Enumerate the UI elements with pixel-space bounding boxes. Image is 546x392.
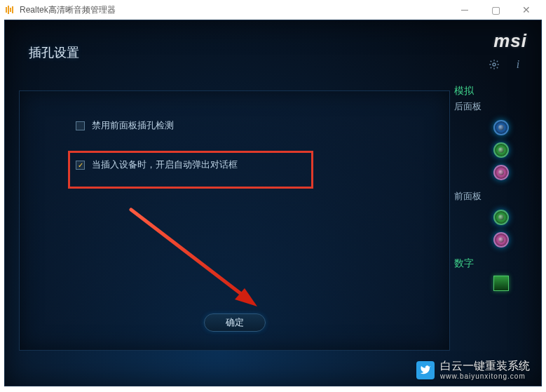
svg-rect-0: [6, 7, 7, 13]
option-label: 当插入设备时，开启自动弹出对话框: [92, 158, 238, 171]
jack-rear-blue[interactable]: [493, 120, 509, 135]
info-icon[interactable]: i: [512, 58, 524, 71]
jack-side-panel: 模拟 后面板 前面板 数字: [454, 85, 531, 291]
digital-section-title: 数字: [454, 257, 531, 270]
watermark-url: www.baiyunxitong.com: [440, 372, 530, 380]
gear-icon[interactable]: [488, 58, 500, 71]
minimize-button[interactable]: ─: [449, 0, 480, 20]
dialog-title: 插孔设置: [29, 44, 79, 61]
dialog-panel: 禁用前面板插孔检测 当插入设备时，开启自动弹出对话框 确定: [19, 90, 450, 351]
svg-rect-1: [8, 6, 9, 14]
option-disable-front-detect[interactable]: 禁用前面板插孔检测: [76, 116, 356, 135]
watermark-icon: [416, 361, 435, 379]
jack-front-green[interactable]: [493, 210, 509, 225]
front-panel-label: 前面板: [454, 190, 531, 203]
jack-digital[interactable]: [493, 276, 509, 291]
window-title: Realtek高清晰音频管理器: [20, 4, 116, 16]
options-group: 禁用前面板插孔检测 当插入设备时，开启自动弹出对话框: [76, 116, 356, 195]
ok-button[interactable]: 确定: [204, 313, 266, 332]
rear-panel-label: 后面板: [454, 100, 531, 113]
brand-logo: msi: [493, 30, 527, 52]
jack-rear-pink[interactable]: [493, 165, 509, 180]
jack-front-pink[interactable]: [493, 232, 509, 248]
app-icon: [4, 4, 15, 15]
analog-section-title: 模拟: [454, 85, 531, 97]
checkbox-icon[interactable]: [76, 121, 85, 130]
watermark: 白云一键重装系统 www.baiyunxitong.com: [416, 360, 530, 380]
close-button[interactable]: ✕: [511, 0, 542, 20]
svg-point-4: [493, 63, 496, 66]
tool-icons: i: [488, 58, 524, 71]
option-label: 禁用前面板插孔检测: [92, 119, 174, 132]
app-window: msi i 插孔设置 禁用前面板插孔检测 当插入设备时，开启自动弹出对话框 确定: [4, 20, 542, 386]
ok-button-label: 确定: [226, 316, 244, 329]
option-auto-popup[interactable]: 当插入设备时，开启自动弹出对话框: [76, 156, 356, 174]
watermark-text: 白云一键重装系统: [440, 360, 530, 372]
titlebar: Realtek高清晰音频管理器 ─ ▢ ✕: [0, 0, 546, 20]
svg-rect-2: [10, 8, 11, 12]
svg-rect-3: [12, 6, 13, 13]
checkbox-icon[interactable]: [76, 161, 85, 170]
jack-rear-green[interactable]: [493, 142, 509, 158]
maximize-button[interactable]: ▢: [480, 0, 511, 20]
